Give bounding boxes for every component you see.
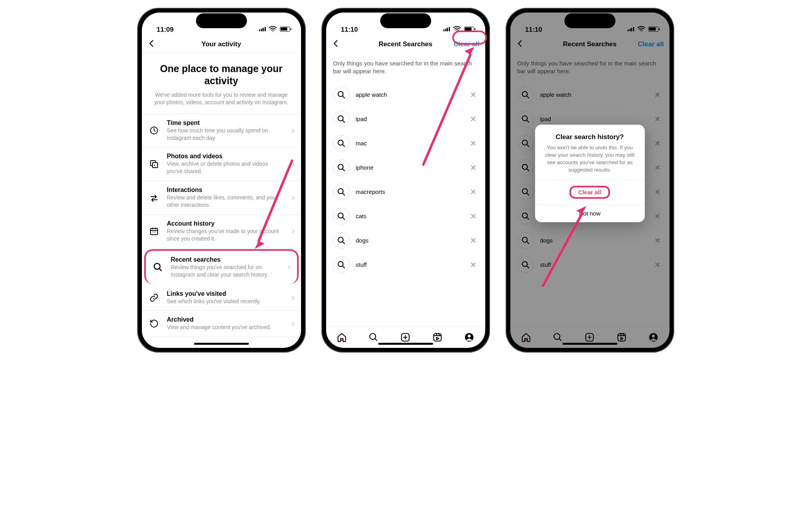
search-term: ipad [356, 116, 463, 122]
search-icon [333, 184, 350, 200]
search-history-item[interactable]: iphone✕ [326, 156, 485, 180]
cellular-icon [443, 27, 450, 31]
row-archived[interactable]: Archived View and manage content you've … [142, 311, 301, 337]
clear-all-button[interactable]: Clear all [454, 40, 479, 48]
modal-head: Clear search history? You won't be able … [535, 125, 645, 180]
row-account-history[interactable]: Account history Review changes you've ma… [142, 215, 301, 248]
phone-2: 11:10 Recent Searches Clear all Only thi… [321, 8, 490, 353]
tab-profile[interactable] [464, 332, 475, 343]
link-icon [148, 292, 160, 304]
search-history-item[interactable]: cats✕ [326, 204, 485, 228]
page-title: Your activity [201, 40, 241, 48]
search-term: mac [356, 140, 463, 147]
tab-reels[interactable] [432, 332, 443, 343]
row-sub: See which links you've visited recently. [167, 298, 285, 305]
hero: One place to manage your activity We've … [142, 53, 301, 114]
search-term: macreports [356, 188, 463, 195]
search-history-item[interactable]: mac✕ [326, 131, 485, 156]
chevron-left-icon [147, 39, 156, 48]
row-sub: Review changes you've made to your accou… [167, 228, 285, 242]
search-history-item[interactable]: dogs✕ [326, 228, 485, 253]
wifi-icon [452, 24, 462, 34]
row-title: Photos and videos [167, 153, 285, 160]
notification-dot-icon [341, 339, 343, 341]
screen-1: 11:09 Your activity One place to manage … [142, 13, 301, 348]
home-indicator[interactable] [194, 343, 249, 345]
remove-search-button[interactable]: ✕ [469, 90, 478, 100]
profile-icon [464, 332, 474, 342]
search-term: cats [356, 213, 463, 219]
content: Only things you have searched for in the… [326, 53, 485, 326]
modal-not-now-button[interactable]: Not now [535, 204, 645, 223]
row-sub: Review and delete likes, comments, and y… [167, 194, 285, 209]
row-links-visited[interactable]: Links you've visited See which links you… [142, 285, 301, 311]
notch [196, 13, 247, 28]
tab-search[interactable] [368, 332, 379, 343]
status-time: 11:09 [157, 26, 174, 34]
remove-search-button[interactable]: ✕ [469, 114, 478, 124]
modal-clear-label: Clear all [578, 189, 601, 196]
svg-point-6 [155, 232, 156, 232]
calendar-icon [148, 225, 160, 237]
modal-clear-all-button[interactable]: Clear all [535, 180, 645, 204]
search-history-item[interactable]: macreports✕ [326, 180, 485, 204]
search-icon [333, 87, 350, 103]
status-time: 11:10 [341, 26, 358, 34]
status-icons [259, 24, 290, 34]
search-history-item[interactable]: ipad✕ [326, 107, 485, 131]
search-icon [333, 111, 350, 127]
remove-search-button[interactable]: ✕ [469, 139, 478, 148]
search-icon [152, 261, 164, 273]
chevron-right-icon: › [292, 318, 294, 329]
back-button[interactable] [147, 39, 156, 50]
chevron-left-icon [332, 39, 340, 48]
remove-search-button[interactable]: ✕ [469, 260, 478, 270]
search-icon [333, 159, 350, 176]
status-icons [443, 24, 474, 34]
home-indicator[interactable] [562, 343, 617, 345]
remove-search-button[interactable]: ✕ [469, 236, 478, 245]
archive-icon [148, 318, 160, 329]
hero-title: One place to manage your activity [154, 63, 289, 87]
remove-search-button[interactable]: ✕ [469, 187, 478, 197]
back-button[interactable] [332, 39, 340, 50]
row-title: Archived [167, 316, 285, 323]
row-interactions[interactable]: Interactions Review and delete likes, co… [142, 181, 301, 215]
svg-point-5 [154, 232, 154, 232]
svg-point-7 [154, 263, 160, 269]
search-term: apple watch [356, 91, 463, 98]
battery-icon [464, 27, 474, 32]
row-sub: View and manage content you've archived. [167, 324, 285, 331]
search-term: iphone [356, 164, 463, 171]
chevron-right-icon: › [292, 193, 294, 203]
svg-point-4 [152, 232, 153, 232]
svg-rect-2 [152, 163, 158, 168]
chevron-right-icon: › [292, 226, 294, 236]
remove-search-button[interactable]: ✕ [469, 212, 478, 221]
hero-subtitle: We've added more tools for you to review… [154, 91, 289, 107]
battery-icon [280, 27, 290, 32]
row-title: Links you've visited [167, 290, 285, 297]
row-recent-searches[interactable]: Recent searches Review things you've sea… [144, 249, 299, 284]
row-sub: See how much time you usually spend on I… [167, 127, 285, 142]
phone-3: 11:10 Recent Searches Clear all Only thi… [506, 8, 674, 353]
row-photos-videos[interactable]: Photos and videos View, archive or delet… [142, 147, 301, 181]
search-history-item[interactable]: stuff✕ [326, 253, 485, 277]
search-history-item[interactable]: apple watch✕ [326, 83, 485, 107]
nav-header: Recent Searches Clear all [326, 35, 485, 53]
chevron-right-icon: › [288, 262, 290, 272]
page-title: Recent Searches [379, 40, 432, 48]
tab-home[interactable] [336, 332, 347, 343]
highlight-clear-all: Clear all [570, 186, 610, 199]
screen-3: 11:10 Recent Searches Clear all Only thi… [510, 13, 669, 348]
search-term: stuff [356, 261, 463, 268]
screen-2: 11:10 Recent Searches Clear all Only thi… [326, 13, 485, 348]
tab-create[interactable] [400, 332, 411, 343]
search-icon [333, 232, 350, 249]
row-time-spent[interactable]: Time spent See how much time you usually… [142, 114, 301, 148]
remove-search-button[interactable]: ✕ [469, 163, 478, 172]
home-indicator[interactable] [378, 343, 433, 345]
swap-icon [148, 192, 160, 204]
chevron-right-icon: › [292, 159, 294, 169]
search-icon [333, 257, 350, 273]
